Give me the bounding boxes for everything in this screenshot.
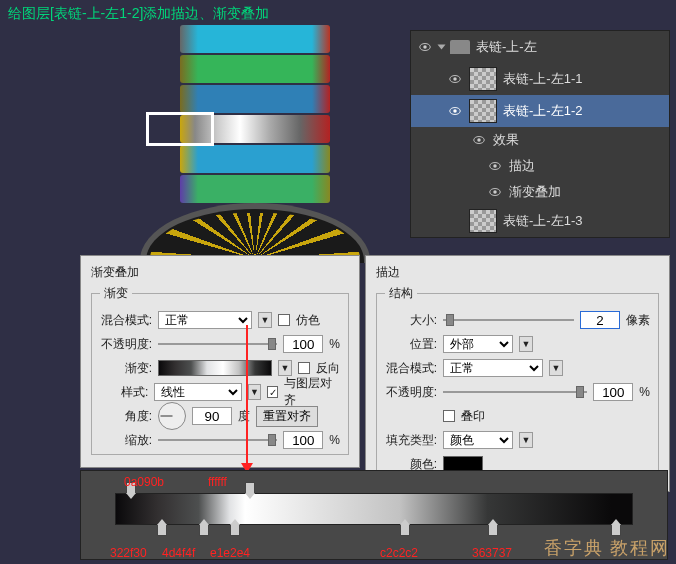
gradient-overlay-dialog: 渐变叠加 渐变 混合模式: 正常 ▼ 仿色 不透明度: % 渐变: ▼ 反向 样… — [80, 255, 360, 468]
hex-annotation: 322f30 — [110, 546, 147, 560]
position-label: 位置: — [385, 336, 437, 353]
folder-icon — [450, 40, 470, 54]
visibility-icon[interactable] — [471, 132, 487, 148]
dropdown-icon[interactable]: ▼ — [278, 360, 292, 376]
fx-row[interactable]: 效果 — [411, 127, 669, 153]
watch-dial — [140, 203, 370, 263]
style-select[interactable]: 线性 — [154, 383, 242, 401]
stroke-dialog: 描边 结构 大小: 像素 位置: 外部 ▼ 混合模式: 正常 ▼ 不透明度: % — [365, 255, 670, 492]
fx-stroke-row[interactable]: 描边 — [411, 153, 669, 179]
dither-label: 仿色 — [296, 312, 320, 329]
layer-group-row[interactable]: 表链-上-左 — [411, 31, 669, 63]
reverse-checkbox[interactable] — [298, 362, 310, 374]
visibility-icon[interactable] — [487, 184, 503, 200]
dropdown-icon[interactable]: ▼ — [519, 432, 533, 448]
fill-type-select[interactable]: 颜色 — [443, 431, 513, 449]
gradient-preview[interactable] — [158, 360, 272, 376]
reset-align-button[interactable]: 重置对齐 — [256, 406, 318, 427]
watch-link — [180, 25, 330, 53]
dropdown-icon[interactable]: ▼ — [519, 336, 533, 352]
watch-link — [180, 85, 330, 113]
layer-row-selected[interactable]: 表链-上-左1-2 — [411, 95, 669, 127]
size-slider[interactable] — [443, 311, 574, 329]
dither-checkbox[interactable] — [278, 314, 290, 326]
layer-label: 表链-上-左1-3 — [503, 212, 582, 230]
opacity-slider[interactable] — [158, 335, 277, 353]
angle-label: 角度: — [100, 408, 152, 425]
fx-gradient-row[interactable]: 渐变叠加 — [411, 179, 669, 205]
svg-point-5 — [453, 109, 457, 113]
percent-label: % — [329, 337, 340, 351]
layer-thumbnail — [469, 99, 497, 123]
visibility-icon[interactable] — [447, 213, 463, 229]
fieldset-legend: 结构 — [385, 285, 417, 302]
opacity-input[interactable] — [593, 383, 633, 401]
opacity-label: 不透明度: — [385, 384, 437, 401]
scale-slider[interactable] — [158, 431, 277, 449]
layer-label: 表链-上-左1-1 — [503, 70, 582, 88]
layer-row[interactable]: 表链-上-左1-3 — [411, 205, 669, 237]
dialog-title: 渐变叠加 — [91, 264, 349, 281]
color-stop[interactable] — [199, 524, 209, 536]
percent-label: % — [329, 433, 340, 447]
visibility-icon[interactable] — [417, 39, 433, 55]
opacity-stop[interactable] — [245, 482, 255, 494]
scale-input[interactable] — [283, 431, 323, 449]
watch-link — [180, 175, 330, 203]
opacity-slider[interactable] — [443, 383, 587, 401]
visibility-icon[interactable] — [447, 103, 463, 119]
overprint-checkbox[interactable] — [443, 410, 455, 422]
color-stop[interactable] — [230, 524, 240, 536]
blend-mode-select[interactable]: 正常 — [158, 311, 252, 329]
layer-row[interactable]: 表链-上-左1-1 — [411, 63, 669, 95]
expand-icon[interactable] — [438, 45, 446, 50]
dropdown-icon[interactable]: ▼ — [549, 360, 563, 376]
hex-annotation: c2c2c2 — [380, 546, 418, 560]
gradient-label: 渐变: — [100, 360, 152, 377]
svg-point-3 — [453, 77, 457, 81]
layer-thumbnail — [469, 209, 497, 233]
hex-annotation: e1e2e4 — [210, 546, 250, 560]
position-select[interactable]: 外部 — [443, 335, 513, 353]
dialog-title: 描边 — [376, 264, 659, 281]
blend-mode-select[interactable]: 正常 — [443, 359, 543, 377]
size-unit: 像素 — [626, 312, 650, 329]
layer-thumbnail — [469, 67, 497, 91]
scale-label: 缩放: — [100, 432, 152, 449]
hex-annotation: ffffff — [208, 475, 227, 489]
structure-fieldset: 结构 大小: 像素 位置: 外部 ▼ 混合模式: 正常 ▼ 不透明度: % 叠印 — [376, 285, 659, 479]
gradient-fieldset: 渐变 混合模式: 正常 ▼ 仿色 不透明度: % 渐变: ▼ 反向 样式: 线性… — [91, 285, 349, 455]
reverse-label: 反向 — [316, 360, 340, 377]
gradient-bar[interactable] — [115, 493, 633, 525]
fx-label: 效果 — [493, 131, 519, 149]
color-stop[interactable] — [488, 524, 498, 536]
opacity-input[interactable] — [283, 335, 323, 353]
dropdown-icon[interactable]: ▼ — [258, 312, 272, 328]
visibility-icon[interactable] — [447, 71, 463, 87]
align-checkbox[interactable] — [267, 386, 278, 398]
align-label: 与图层对齐 — [284, 375, 340, 409]
fill-type-label: 填充类型: — [385, 432, 437, 449]
angle-input[interactable] — [192, 407, 232, 425]
hex-annotation: 0a090b — [124, 475, 164, 489]
opacity-label: 不透明度: — [100, 336, 152, 353]
blend-mode-label: 混合模式: — [100, 312, 152, 329]
layers-panel: 表链-上-左 表链-上-左1-1 表链-上-左1-2 效果 描边 渐变叠加 表链… — [410, 30, 670, 238]
color-stop[interactable] — [611, 524, 621, 536]
percent-label: % — [639, 385, 650, 399]
annotation-arrow — [246, 325, 248, 465]
svg-point-1 — [423, 45, 427, 49]
fieldset-legend: 渐变 — [100, 285, 132, 302]
angle-dial[interactable] — [158, 402, 186, 430]
size-label: 大小: — [385, 312, 437, 329]
svg-point-7 — [477, 138, 481, 142]
blend-mode-label: 混合模式: — [385, 360, 437, 377]
dropdown-icon[interactable]: ▼ — [248, 384, 261, 400]
visibility-icon[interactable] — [487, 158, 503, 174]
color-stop[interactable] — [400, 524, 410, 536]
watch-preview — [140, 25, 375, 245]
svg-point-11 — [493, 190, 497, 194]
color-stop[interactable] — [157, 524, 167, 536]
size-input[interactable] — [580, 311, 620, 329]
fx-label: 描边 — [509, 157, 535, 175]
